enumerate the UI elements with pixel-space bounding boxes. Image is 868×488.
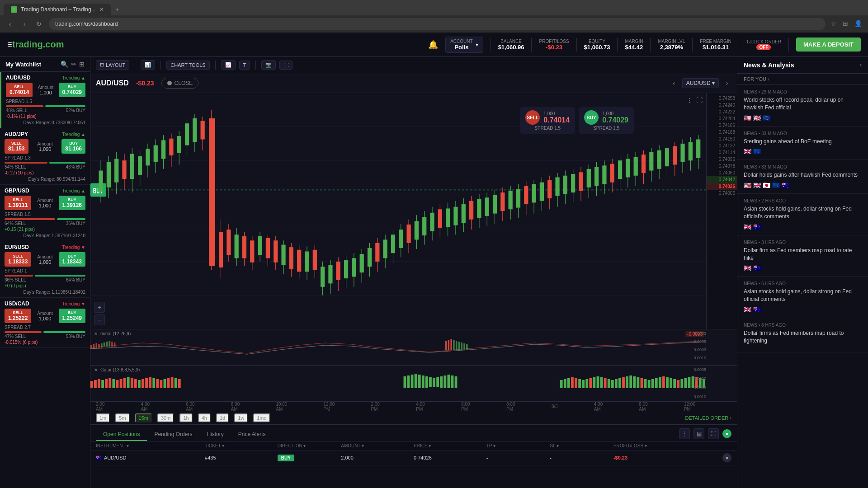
new-tab-btn[interactable]: + bbox=[111, 4, 123, 15]
news-item-5[interactable]: NEWS • 3 HRS AGO Dollar firm as Fed memb… bbox=[737, 235, 868, 277]
tf-1m[interactable]: 1m bbox=[96, 413, 110, 422]
flag-gb-4: 🇬🇧 bbox=[744, 223, 751, 230]
amount-audusd: Amount 1,000 bbox=[38, 85, 53, 95]
tf-4h[interactable]: 4h bbox=[198, 413, 211, 422]
extensions-icon[interactable]: ⊞ bbox=[843, 20, 851, 28]
news-item-4[interactable]: NEWS • 2 HRS AGO Asian stocks hold gains… bbox=[737, 194, 868, 235]
one-click-toggle[interactable]: OFF bbox=[756, 44, 771, 50]
buy-usdcad[interactable]: BUY 1.25249 bbox=[59, 309, 85, 323]
account-selector[interactable]: ACCOUNT Polls ▾ bbox=[445, 37, 483, 53]
tf-1d[interactable]: 1d bbox=[216, 413, 229, 422]
position-row-1[interactable]: 🇦🇺 AUD/USD #435 BUY 2,000 0.74026 - - bbox=[90, 450, 737, 465]
chart-canvas[interactable]: BUY bbox=[90, 93, 706, 329]
watchlist-grid-icon[interactable]: ⊞ bbox=[79, 61, 85, 68]
positions-add-btn[interactable]: ● bbox=[722, 429, 731, 438]
watchlist-item-audjpy[interactable]: AUD/JPY Trending ▲ SELL 81.153 Amount 1,… bbox=[0, 128, 90, 185]
chart-next-btn[interactable]: › bbox=[722, 79, 731, 88]
close-position-btn[interactable]: CLOSE bbox=[161, 78, 199, 89]
layout-btn[interactable]: ⊞ LAYOUT bbox=[96, 60, 129, 70]
svg-rect-10 bbox=[99, 171, 103, 192]
watchlist-item-usdcad[interactable]: USD/CAD Trending ▼ SELL 1.25222 Amount 1… bbox=[0, 298, 90, 348]
svg-rect-176 bbox=[453, 340, 454, 350]
close-position-btn[interactable]: ✕ bbox=[722, 453, 731, 462]
notification-bell[interactable]: 🔔 bbox=[428, 40, 438, 50]
zoom-out-btn[interactable]: − bbox=[94, 314, 105, 325]
tf-30m[interactable]: 30m bbox=[157, 413, 174, 422]
tf-1w[interactable]: 1w bbox=[234, 413, 248, 422]
fullscreen-btn[interactable]: ⛶ bbox=[279, 61, 292, 70]
detailed-order-btn[interactable]: DETAILED ORDER › bbox=[685, 415, 731, 421]
chart-pair-selector[interactable]: AUD/USD ▾ bbox=[682, 78, 719, 88]
text-btn[interactable]: T bbox=[239, 61, 250, 70]
buy-audjpy[interactable]: BUY 81.166 bbox=[61, 139, 85, 154]
positions-grid-btn[interactable]: ▤ bbox=[693, 428, 704, 439]
sell-gbpusd[interactable]: SELL 1.39111 bbox=[5, 196, 31, 210]
sell-audusd[interactable]: SELL 0.74014 bbox=[6, 83, 33, 97]
tf-15m[interactable]: 15m bbox=[135, 413, 152, 422]
chart-menu-icon[interactable]: ⋮ bbox=[686, 97, 693, 104]
bookmark-icon[interactable]: ☆ bbox=[831, 20, 839, 28]
range-gbpusd: Day's Range: 1.38716/1.31240 bbox=[5, 233, 85, 238]
tf-5m[interactable]: 5m bbox=[115, 413, 129, 422]
news-more-link[interactable]: › bbox=[860, 62, 862, 68]
active-tab[interactable]: T Trading Dashboard – Trading... ✕ bbox=[4, 4, 111, 15]
news-meta-2: NEWS • 33 MIN AGO bbox=[744, 131, 862, 136]
news-item-2[interactable]: NEWS • 33 MIN AGO Sterling gains ahead o… bbox=[737, 127, 868, 160]
profile-icon[interactable]: 👤 bbox=[854, 20, 863, 28]
pair-audusd: AUD/USD bbox=[6, 75, 31, 81]
positions-expand-btn[interactable]: ⛶ bbox=[708, 428, 719, 439]
news-item-3[interactable]: NEWS • 33 MIN AGO Dollar holds gains aft… bbox=[737, 160, 868, 194]
reload-btn[interactable]: ↻ bbox=[34, 19, 43, 28]
change-audjpy: -0.12 (10 pips) bbox=[5, 170, 85, 175]
positions-menu-btn[interactable]: ⋮ bbox=[679, 428, 690, 439]
tab-price-alerts[interactable]: Price Alerts bbox=[231, 428, 273, 441]
chart-prev-btn[interactable]: ‹ bbox=[670, 79, 679, 88]
news-filter[interactable]: FOR YOU › bbox=[737, 74, 868, 85]
screenshot-btn[interactable]: 📷 bbox=[261, 60, 276, 70]
tab-pending-orders[interactable]: Pending Orders bbox=[147, 428, 199, 441]
news-item-6[interactable]: NEWS • 6 HRS AGO Asian stocks hold gains… bbox=[737, 277, 868, 318]
expand-chart-icon[interactable]: ⛶ bbox=[696, 97, 703, 104]
zoom-in-btn[interactable]: + bbox=[94, 302, 105, 313]
hamburger-menu[interactable]: ☰ bbox=[7, 42, 12, 48]
price-74078: 0.74078 bbox=[707, 163, 737, 169]
watchlist-item-eurusd[interactable]: EUR/USD Trending ▼ SELL 1.18333 Amount 1… bbox=[0, 241, 90, 298]
buy-gbpusd[interactable]: BUY 1.39126 bbox=[59, 196, 85, 210]
watchlist-edit-icon[interactable]: ✏ bbox=[71, 61, 76, 68]
sell-trade-widget[interactable]: SELL 1,000 0.74014 SPREAD 1.5 bbox=[520, 107, 575, 134]
address-bar[interactable]: trading.com/us/dashboard bbox=[49, 18, 826, 30]
forward-btn[interactable]: › bbox=[20, 19, 29, 28]
buy-trade-widget[interactable]: BUY 1,000 0.74029 SPREAD 1.5 bbox=[579, 107, 634, 134]
back-btn[interactable]: ‹ bbox=[5, 19, 14, 28]
one-click-label: 1-CLICK ORDER bbox=[746, 39, 781, 44]
price-74186: 0.74186 bbox=[707, 122, 737, 129]
indicators-btn[interactable]: 📈 bbox=[221, 60, 236, 70]
watchlist-item-gbpusd[interactable]: GBP/USD Trending ▲ SELL 1.39111 Amount 1… bbox=[0, 185, 90, 241]
close-tab-btn[interactable]: ✕ bbox=[99, 6, 104, 13]
buy-eurusd[interactable]: BUY 1.18343 bbox=[59, 252, 85, 267]
sell-usdcad[interactable]: SELL 1.25222 bbox=[5, 309, 31, 323]
news-item-7[interactable]: NEWS • 8 HRS AGO Dollar firms as Fed mem… bbox=[737, 318, 868, 352]
sell-eurusd[interactable]: SELL 1.18333 bbox=[5, 252, 31, 267]
tab-open-positions[interactable]: Open Positions bbox=[96, 428, 147, 441]
watchlist-title[interactable]: My Watchlist bbox=[5, 61, 41, 68]
chart-tools-btn[interactable]: CHART TOOLS bbox=[166, 61, 209, 70]
tf-1mo[interactable]: 1mo bbox=[253, 413, 270, 422]
buy-widget-spread: SPREAD 1.5 bbox=[593, 126, 619, 131]
tf-1h[interactable]: 1h bbox=[179, 413, 192, 422]
svg-rect-243 bbox=[637, 377, 639, 388]
svg-rect-256 bbox=[684, 378, 687, 388]
svg-rect-199 bbox=[152, 378, 155, 388]
sell-audjpy[interactable]: SELL 81.153 bbox=[5, 139, 28, 154]
deposit-button[interactable]: MAKE A DEPOSIT bbox=[796, 38, 861, 52]
news-flags-5: 🇬🇧 🇦🇺 bbox=[744, 264, 862, 272]
buy-audusd[interactable]: BUY 0.74029 bbox=[59, 83, 85, 97]
tab-history[interactable]: History bbox=[199, 428, 231, 441]
news-item-1[interactable]: NEWS • 29 MIN AGO World stocks off recor… bbox=[737, 85, 868, 127]
watchlist-item-audusd[interactable]: AUD/USD Trending ▲ SELL 0.74014 Amount 1… bbox=[0, 72, 90, 128]
watchlist-search-icon[interactable]: 🔍 bbox=[61, 61, 68, 68]
svg-rect-60 bbox=[297, 250, 301, 272]
pair-usdcad: USD/CAD bbox=[5, 300, 29, 307]
chart-type-btn[interactable]: 📊 bbox=[141, 60, 155, 70]
topbar: ☰ trading.com 🔔 ACCOUNT Polls ▾ BALANCE … bbox=[0, 33, 868, 57]
